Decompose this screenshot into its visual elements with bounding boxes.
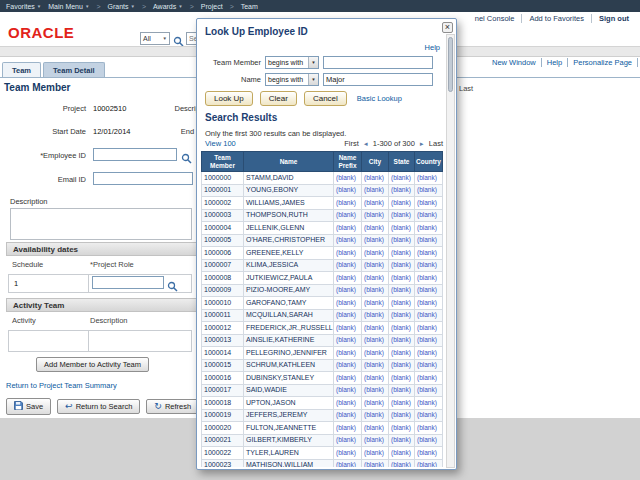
result-blank-cell[interactable]: (blank) (415, 447, 443, 460)
result-blank-cell[interactable]: (blank) (334, 172, 362, 185)
header-link[interactable]: Sign out (591, 14, 636, 23)
project-role-lookup-icon[interactable] (167, 278, 178, 296)
team-member-input[interactable] (323, 56, 433, 69)
result-blank-cell[interactable]: (blank) (334, 284, 362, 297)
result-blank-cell[interactable]: (blank) (415, 409, 443, 422)
look-up-button[interactable]: Look Up (205, 91, 253, 106)
result-blank-cell[interactable]: (blank) (334, 209, 362, 222)
result-id-cell[interactable]: 1000014 (202, 347, 244, 360)
description-textarea[interactable] (10, 208, 192, 240)
result-id-cell[interactable]: 1000023 (202, 459, 244, 467)
result-id-cell[interactable]: 1000019 (202, 409, 244, 422)
result-id-cell[interactable]: 1000000 (202, 172, 244, 185)
result-blank-cell[interactable]: (blank) (415, 422, 443, 435)
result-name-cell[interactable]: TYLER,LAUREN (244, 447, 334, 460)
return-to-project-team-summary-link[interactable]: Return to Project Team Summary (6, 381, 117, 390)
result-blank-cell[interactable]: (blank) (415, 259, 443, 272)
result-name-cell[interactable]: UPTON,JASON (244, 397, 334, 410)
pagebar-link[interactable]: New Window (487, 58, 542, 67)
view-100-link[interactable]: View 100 (205, 139, 236, 148)
save-button[interactable]: Save (6, 398, 51, 415)
result-blank-cell[interactable]: (blank) (415, 209, 443, 222)
result-blank-cell[interactable]: (blank) (334, 259, 362, 272)
project-role-input[interactable] (92, 276, 164, 289)
result-name-cell[interactable]: AINSLIE,KATHERINE (244, 334, 334, 347)
breadcrumb-item[interactable]: Awards▼ (153, 3, 183, 10)
result-blank-cell[interactable]: (blank) (389, 434, 415, 447)
result-name-cell[interactable]: GREENEE,KELLY (244, 247, 334, 260)
result-blank-cell[interactable]: (blank) (362, 347, 389, 360)
result-blank-cell[interactable]: (blank) (415, 384, 443, 397)
result-blank-cell[interactable]: (blank) (334, 409, 362, 422)
result-blank-cell[interactable]: (blank) (362, 372, 389, 385)
result-id-cell[interactable]: 1000018 (202, 397, 244, 410)
result-blank-cell[interactable]: (blank) (362, 234, 389, 247)
column-header-team-member[interactable]: Team Member (202, 152, 244, 172)
name-operator-select[interactable]: begins with ▼ (265, 73, 319, 86)
result-id-cell[interactable]: 1000022 (202, 447, 244, 460)
result-blank-cell[interactable]: (blank) (334, 197, 362, 210)
result-id-cell[interactable]: 1000008 (202, 272, 244, 285)
result-name-cell[interactable]: O'HARE,CHRISTOPHER (244, 234, 334, 247)
result-name-cell[interactable]: YOUNG,EBONY (244, 184, 334, 197)
result-blank-cell[interactable]: (blank) (362, 422, 389, 435)
result-id-cell[interactable]: 1000012 (202, 322, 244, 335)
page-pagination-last[interactable]: Last (459, 84, 473, 93)
result-id-cell[interactable]: 1000011 (202, 309, 244, 322)
previous-page-icon[interactable]: ◄ (363, 141, 369, 147)
result-blank-cell[interactable]: (blank) (415, 397, 443, 410)
result-blank-cell[interactable]: (blank) (389, 322, 415, 335)
result-blank-cell[interactable]: (blank) (334, 397, 362, 410)
result-blank-cell[interactable]: (blank) (389, 334, 415, 347)
result-blank-cell[interactable]: (blank) (334, 447, 362, 460)
result-blank-cell[interactable]: (blank) (362, 359, 389, 372)
result-blank-cell[interactable]: (blank) (415, 234, 443, 247)
result-blank-cell[interactable]: (blank) (415, 334, 443, 347)
result-name-cell[interactable]: MATHISON,WILLIAM (244, 459, 334, 467)
result-blank-cell[interactable]: (blank) (334, 422, 362, 435)
return-to-search-button[interactable]: ↩ Return to Search (57, 399, 140, 414)
result-blank-cell[interactable]: (blank) (334, 334, 362, 347)
first-link[interactable]: First (344, 139, 359, 148)
name-input[interactable] (323, 73, 433, 86)
basic-lookup-link[interactable]: Basic Lookup (357, 94, 402, 103)
result-blank-cell[interactable]: (blank) (389, 172, 415, 185)
result-name-cell[interactable]: WILLIAMS,JAMES (244, 197, 334, 210)
column-header-name[interactable]: Name (244, 152, 334, 172)
result-id-cell[interactable]: 1000021 (202, 434, 244, 447)
result-blank-cell[interactable]: (blank) (362, 309, 389, 322)
breadcrumb-item[interactable]: Grants▼ (107, 3, 134, 10)
result-blank-cell[interactable]: (blank) (362, 447, 389, 460)
result-name-cell[interactable]: SAID,WADIE (244, 384, 334, 397)
result-blank-cell[interactable]: (blank) (389, 272, 415, 285)
result-name-cell[interactable]: JELLENIK,GLENN (244, 222, 334, 235)
result-blank-cell[interactable]: (blank) (389, 359, 415, 372)
tab-team[interactable]: Team (2, 62, 41, 78)
result-blank-cell[interactable]: (blank) (389, 397, 415, 410)
breadcrumb-item[interactable]: Favorites▼ (6, 3, 41, 10)
result-blank-cell[interactable]: (blank) (362, 197, 389, 210)
result-blank-cell[interactable]: (blank) (415, 322, 443, 335)
result-blank-cell[interactable]: (blank) (362, 247, 389, 260)
result-blank-cell[interactable]: (blank) (362, 297, 389, 310)
result-blank-cell[interactable]: (blank) (362, 434, 389, 447)
result-blank-cell[interactable]: (blank) (362, 209, 389, 222)
tab-team-detail[interactable]: Team Detail (43, 62, 105, 78)
result-name-cell[interactable]: KLIMA,JESSICA (244, 259, 334, 272)
result-name-cell[interactable]: GAROFANO,TAMY (244, 297, 334, 310)
result-blank-cell[interactable]: (blank) (389, 459, 415, 467)
result-name-cell[interactable]: JEFFERS,JEREMY (244, 409, 334, 422)
add-member-to-activity-team-button[interactable]: Add Member to Activity Team (36, 357, 149, 372)
result-id-cell[interactable]: 1000015 (202, 359, 244, 372)
result-blank-cell[interactable]: (blank) (334, 384, 362, 397)
result-blank-cell[interactable]: (blank) (334, 247, 362, 260)
result-blank-cell[interactable]: (blank) (415, 184, 443, 197)
result-blank-cell[interactable]: (blank) (334, 322, 362, 335)
result-blank-cell[interactable]: (blank) (389, 372, 415, 385)
employee-id-lookup-icon[interactable] (181, 150, 192, 168)
result-blank-cell[interactable]: (blank) (415, 272, 443, 285)
result-blank-cell[interactable]: (blank) (334, 459, 362, 467)
result-id-cell[interactable]: 1000010 (202, 297, 244, 310)
result-blank-cell[interactable]: (blank) (389, 297, 415, 310)
column-header-city[interactable]: City (362, 152, 389, 172)
